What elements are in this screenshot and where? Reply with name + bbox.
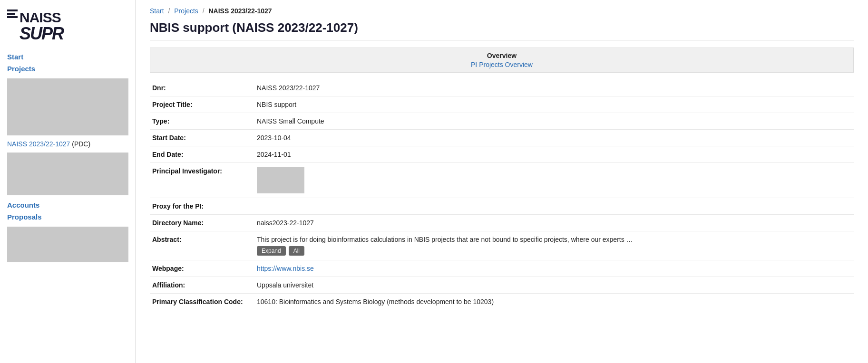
table-row-end-date: End Date: 2024-11-01 — [150, 146, 854, 163]
expand-controls: Expand All — [257, 246, 851, 256]
logo-lines-icon — [7, 10, 18, 19]
sidebar-project-item: NAISS 2023/22-1027 (PDC) — [0, 139, 135, 149]
table-row-proxy: Proxy for the PI: — [150, 198, 854, 215]
sidebar-accounts-link[interactable]: Accounts — [0, 199, 135, 211]
table-row-affiliation: Affiliation: Uppsala universitet — [150, 277, 854, 294]
type-value: NAISS Small Compute — [254, 113, 854, 130]
sidebar-project-link[interactable]: NAISS 2023/22-1027 — [7, 140, 70, 148]
expand-button[interactable]: Expand — [257, 246, 286, 256]
breadcrumb-sep1: / — [168, 7, 170, 15]
logo-area: NAISS SUPR — [0, 5, 135, 51]
directory-value: naiss2023-22-1027 — [254, 215, 854, 231]
breadcrumb-start[interactable]: Start — [150, 7, 164, 15]
breadcrumb-projects[interactable]: Projects — [174, 7, 198, 15]
pi-projects-overview-link[interactable]: PI Projects Overview — [471, 61, 533, 68]
webpage-value: https://www.nbis.se — [254, 260, 854, 277]
table-row-classification: Primary Classification Code: 10610: Bioi… — [150, 294, 854, 310]
dnr-label: Dnr: — [150, 80, 254, 96]
abstract-text: This project is for doing bioinformatics… — [257, 236, 633, 243]
sidebar-proposals-link[interactable]: Proposals — [0, 211, 135, 223]
webpage-link[interactable]: https://www.nbis.se — [257, 265, 314, 272]
pi-value — [254, 163, 854, 198]
type-label: Type: — [150, 113, 254, 130]
affiliation-value: Uppsala universitet — [254, 277, 854, 294]
sidebar-projects-link[interactable]: Projects — [0, 63, 135, 75]
sidebar-bottom-box — [7, 227, 128, 262]
table-row-abstract: Abstract: This project is for doing bioi… — [150, 231, 854, 260]
dnr-value: NAISS 2023/22-1027 — [254, 80, 854, 96]
breadcrumb-sep2: / — [203, 7, 205, 15]
sidebar-start-link[interactable]: Start — [0, 51, 135, 63]
sidebar-projects-box — [7, 78, 128, 135]
page-title: NBIS support (NAISS 2023/22-1027) — [150, 20, 854, 40]
project-title-label: Project Title: — [150, 96, 254, 113]
project-title-value: NBIS support — [254, 96, 854, 113]
breadcrumb-current: NAISS 2023/22-1027 — [209, 7, 272, 15]
table-row-webpage: Webpage: https://www.nbis.se — [150, 260, 854, 277]
overview-title: Overview — [154, 52, 849, 59]
details-table: Dnr: NAISS 2023/22-1027 Project Title: N… — [150, 80, 854, 310]
classification-label: Primary Classification Code: — [150, 294, 254, 310]
table-row-dnr: Dnr: NAISS 2023/22-1027 — [150, 80, 854, 96]
end-date-value: 2024-11-01 — [254, 146, 854, 163]
affiliation-label: Affiliation: — [150, 277, 254, 294]
table-row-directory: Directory Name: naiss2023-22-1027 — [150, 215, 854, 231]
abstract-value: This project is for doing bioinformatics… — [254, 231, 854, 260]
proxy-label: Proxy for the PI: — [150, 198, 254, 215]
table-row-start-date: Start Date: 2023-10-04 — [150, 130, 854, 146]
pi-placeholder — [257, 167, 304, 193]
webpage-label: Webpage: — [150, 260, 254, 277]
table-row-pi: Principal Investigator: — [150, 163, 854, 198]
table-row-project-title: Project Title: NBIS support — [150, 96, 854, 113]
directory-label: Directory Name: — [150, 215, 254, 231]
all-button[interactable]: All — [289, 246, 304, 256]
start-date-value: 2023-10-04 — [254, 130, 854, 146]
proxy-value — [254, 198, 854, 215]
main-content: Start / Projects / NAISS 2023/22-1027 NB… — [136, 0, 868, 363]
abstract-label: Abstract: — [150, 231, 254, 260]
start-date-label: Start Date: — [150, 130, 254, 146]
breadcrumb: Start / Projects / NAISS 2023/22-1027 — [150, 7, 854, 15]
overview-section: Overview PI Projects Overview — [150, 48, 854, 73]
logo-naiss: NAISS — [20, 10, 61, 25]
sidebar-middle-box — [7, 153, 128, 195]
pi-label: Principal Investigator: — [150, 163, 254, 198]
classification-value: 10610: Bioinformatics and Systems Biolog… — [254, 294, 854, 310]
sidebar: NAISS SUPR Start Projects NAISS 2023/22-… — [0, 0, 136, 363]
end-date-label: End Date: — [150, 146, 254, 163]
table-row-type: Type: NAISS Small Compute — [150, 113, 854, 130]
logo-supr: SUPR — [20, 24, 63, 44]
sidebar-project-suffix: (PDC) — [70, 140, 90, 148]
